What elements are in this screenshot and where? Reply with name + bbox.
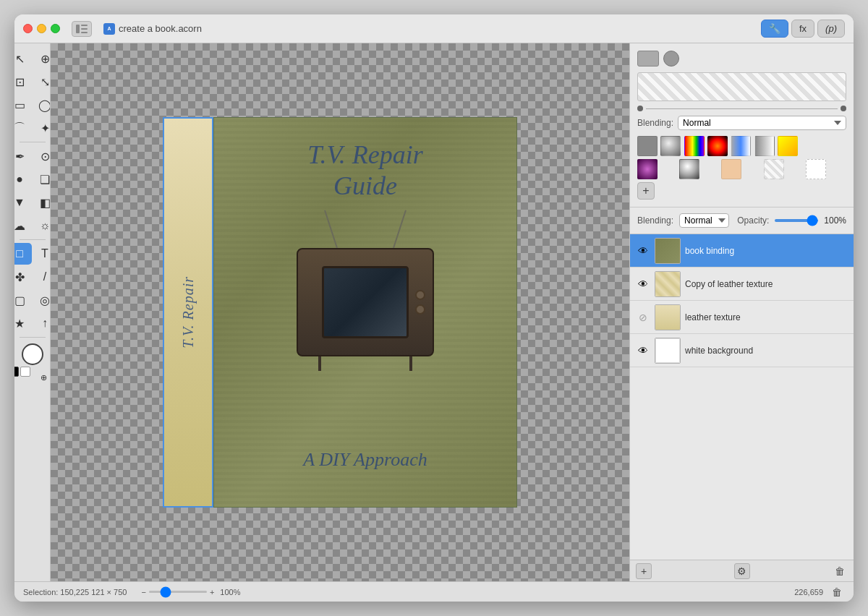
color-circle-btn[interactable] (663, 51, 679, 67)
status-right: 226,659 🗑 (794, 584, 845, 600)
eyedropper-tool[interactable]: ⊙ (33, 145, 51, 167)
spine-text: T.V. Repair (180, 276, 197, 348)
fill-tool[interactable]: ▼ (14, 192, 32, 213)
tv-leg-left (318, 356, 321, 371)
zoom-slider[interactable] (149, 591, 207, 593)
tv-knob-2 (415, 304, 425, 315)
titlebar: A create a book.acorn 🔧 fx (p) (14, 14, 854, 43)
status-bar: Selection: 150,225 121 × 750 − + 100% 22… (14, 581, 854, 602)
left-toolbar: ↖ ⊕ ⊡ ⤡ ▭ ◯ ⌒ ✦ ✒ ⊙ ● ❏ (14, 43, 51, 581)
book-container: T.V. Repair T.V. Repair Guide (163, 117, 517, 508)
blending-label: Blending: (637, 118, 673, 128)
close-button[interactable] (23, 24, 33, 33)
swatch[interactable] (637, 136, 658, 156)
clone-tool[interactable]: ❏ (33, 168, 51, 190)
transform-tool[interactable]: ⤡ (33, 71, 51, 93)
layer-item-white-bg[interactable]: 👁 white background (630, 334, 854, 367)
swatch[interactable] (731, 136, 751, 156)
swatches-grid (637, 136, 846, 156)
magic-wand-tool[interactable]: ✦ (33, 117, 51, 139)
zoom-small[interactable]: ⊕ (32, 367, 51, 388)
gradient-preview[interactable] (637, 72, 846, 101)
ellipse-outline-tool[interactable]: ◎ (33, 289, 51, 311)
layer-settings-button[interactable]: ⚙ (734, 563, 750, 579)
swatch[interactable] (721, 159, 741, 179)
layers-panel: Blending: Normal Multiply Opacity: 100% … (630, 208, 854, 581)
zoom-slider-row: − + 100% (141, 588, 240, 596)
tv-body (297, 248, 434, 356)
tools-button[interactable]: 🔧 (761, 20, 788, 38)
minimize-button[interactable] (37, 24, 46, 33)
cloud-tool[interactable]: ☁ (14, 215, 32, 236)
status-trash-button[interactable]: 🗑 (829, 584, 845, 600)
layer-visibility-book-binding[interactable]: 👁 (636, 244, 650, 258)
swatch[interactable] (764, 159, 784, 179)
document-icon: A (103, 23, 115, 35)
layer-thumbnail-copy-leather (655, 271, 681, 297)
svg-rect-3 (81, 32, 88, 33)
layer-item-copy-leather[interactable]: 👁 Copy of leather texture (630, 268, 854, 301)
line-tool[interactable]: / (33, 266, 51, 288)
zoom-tool[interactable]: ⊕ (33, 48, 51, 69)
swatch[interactable] (754, 136, 775, 156)
fullscreen-button[interactable] (51, 24, 60, 33)
blending-select[interactable]: Normal Multiply Screen Overlay (678, 116, 846, 130)
cover-title: T.V. Repair Guide (214, 140, 516, 202)
layer-name-copy-leather: Copy of leather texture (685, 279, 848, 289)
plugins-button[interactable]: (p) (817, 20, 845, 38)
zoom-out-icon[interactable]: − (141, 588, 145, 596)
text-tool[interactable]: T (33, 243, 51, 265)
background-color[interactable] (20, 367, 30, 377)
layer-item-leather[interactable]: ⊘ leather texture (630, 301, 854, 334)
fx-button[interactable]: fx (791, 20, 814, 38)
layer-visibility-white-bg[interactable]: 👁 (636, 343, 650, 358)
star-tool[interactable]: ★ (14, 312, 32, 334)
layer-item-book-binding[interactable]: 👁 book binding (630, 234, 854, 268)
ellipse-select-tool[interactable]: ◯ (33, 94, 51, 116)
swatch[interactable] (660, 136, 681, 156)
foreground-color[interactable] (14, 367, 19, 377)
svg-rect-0 (76, 25, 80, 33)
delete-layer-button[interactable]: 🗑 (832, 563, 848, 579)
swatch[interactable] (684, 136, 705, 156)
color-swatches: ⊕ (14, 343, 51, 388)
sidebar-toggle-button[interactable] (72, 21, 92, 37)
opacity-slider[interactable] (775, 219, 818, 222)
cover-tv (297, 248, 434, 371)
crop-tool[interactable]: ⊡ (14, 71, 32, 93)
swatch[interactable] (707, 136, 728, 156)
fill-color[interactable] (22, 343, 43, 365)
swatch-row2 (637, 159, 846, 179)
layer-name-white-bg: white background (685, 346, 848, 356)
brush-tool[interactable]: ● (14, 168, 32, 190)
layer-visibility-leather[interactable]: ⊘ (636, 310, 650, 325)
layer-thumbnail-white-bg (655, 338, 681, 364)
layer-visibility-copy-leather[interactable]: 👁 (636, 277, 650, 291)
rect-select-tool[interactable]: ▭ (14, 94, 32, 116)
bezier-tool[interactable]: ✤ (14, 266, 32, 288)
color-square-btn[interactable] (637, 51, 659, 67)
layers-blending-select[interactable]: Normal Multiply (679, 213, 729, 228)
gradient-end-stop[interactable] (841, 106, 846, 111)
opacity-label: Opacity: (737, 215, 769, 226)
lasso-tool[interactable]: ⌒ (14, 117, 32, 139)
gradient-tool[interactable]: ◧ (33, 192, 51, 213)
add-layer-button[interactable]: + (636, 563, 652, 579)
zoom-in-icon[interactable]: + (210, 588, 214, 596)
arrow-tool[interactable]: ↑ (33, 312, 51, 334)
swatch[interactable] (637, 159, 658, 179)
main-area: ↖ ⊕ ⊡ ⤡ ▭ ◯ ⌒ ✦ ✒ ⊙ ● ❏ (14, 43, 854, 581)
swatch[interactable] (778, 136, 798, 156)
layers-list: 👁 book binding 👁 Copy of leather texture (630, 234, 854, 560)
traffic-lights (23, 24, 60, 33)
pen-tool[interactable]: ✒ (14, 145, 32, 167)
layers-bottom-bar: + ⚙ 🗑 (630, 560, 854, 581)
add-swatch-button[interactable]: + (637, 182, 655, 200)
brightness-tool[interactable]: ☼ (33, 215, 51, 236)
swatch[interactable] (679, 159, 699, 179)
book-spine: T.V. Repair (163, 117, 213, 508)
rect-shape-tool[interactable]: □ (14, 243, 32, 265)
rect-outline-tool[interactable]: ▢ (14, 289, 32, 311)
gradient-start-stop[interactable] (637, 106, 643, 111)
select-tool[interactable]: ↖ (14, 48, 32, 69)
